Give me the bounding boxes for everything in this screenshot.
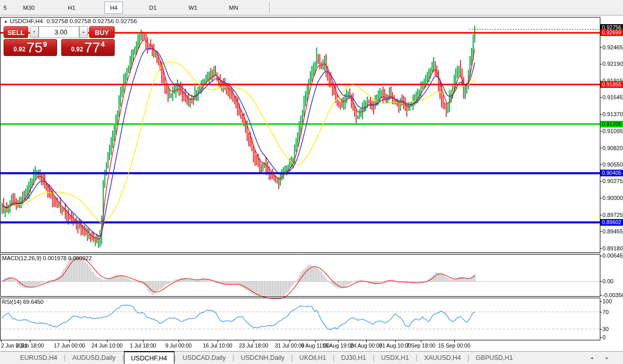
date-axis-label: 31 Jul 00:00 — [275, 342, 304, 349]
rsi-axis-tick: 100 — [602, 298, 612, 304]
chart-overlays: ▲USDCHF,H40.92758 0.92758 0.92756 0.9275… — [0, 16, 623, 351]
price-axis-tick: 0.91370 — [602, 111, 623, 117]
price-axis-tick: 0.90820 — [602, 145, 623, 151]
volume-input[interactable]: 3.00 — [39, 26, 79, 38]
buy-button[interactable]: BUY — [89, 26, 115, 38]
sell-price-main: 75 — [27, 41, 43, 54]
tab-scroll-right-icon[interactable]: ► — [605, 352, 609, 364]
trade-panel-top-row: SELL ▼ 3.00 ▲ BUY — [4, 26, 115, 38]
tab-dj30-h1[interactable]: DJ30,H1 — [334, 352, 373, 364]
date-axis-label: 9 Jun 18:00 — [16, 342, 44, 349]
rsi-indicator-label: RSI(14) 69.6450 — [2, 299, 44, 305]
rsi-value: 69.6450 — [23, 299, 44, 305]
price-axis-tick: 0.92465 — [602, 44, 623, 50]
tab-usdx-h1[interactable]: USDX,H1 — [375, 352, 416, 364]
tab-xauusd-h4[interactable]: XAUUSD,H4 — [417, 352, 468, 364]
level-price-badge: 0.91855 — [600, 81, 623, 88]
timeframe-button-h4[interactable]: H4 — [104, 2, 123, 14]
price-axis-tick: 0.89180 — [602, 245, 623, 251]
level-price-badge: 0.92699 — [600, 29, 623, 36]
date-axis-label: 9 Jul 00:00 — [165, 342, 191, 349]
price-axis-tick: 0.90550 — [602, 161, 623, 168]
date-axis-label: 16 Jul 10:00 — [203, 342, 232, 349]
price-axis-tick: 0.92190 — [602, 61, 623, 67]
price-axis-tick: 0.90275 — [602, 178, 623, 184]
price-axis-tick: 0.91095 — [602, 128, 623, 134]
tab-gbpusd-h1[interactable]: GBPUSD,H1 — [469, 352, 520, 364]
chart-symbol-period: USDCHF,H4 — [10, 18, 43, 24]
chevron-down-icon: ▼ — [33, 30, 36, 33]
tab-usdchf-h4[interactable]: USDCHF,H4 — [124, 351, 174, 364]
rsi-axis-tick: 70 — [602, 309, 609, 315]
date-axis-label: 1 Jul 18:00 — [130, 342, 156, 349]
tab-ukoil-h1[interactable]: UKOil,H1 — [293, 352, 333, 364]
macd-axis-tick: 0.00 — [602, 278, 613, 284]
macd-values: 0.001978 0.000922 — [43, 255, 92, 261]
price-axis-tick: 0.89455 — [602, 228, 623, 234]
level-price-badge: 0.91208 — [600, 121, 623, 128]
chart-title: ▲USDCHF,H40.92758 0.92758 0.92756 0.9275… — [4, 18, 137, 24]
timeframe-button-5[interactable]: 5 — [1, 2, 9, 14]
level-price-badge: 0.89602 — [600, 219, 623, 226]
timeframe-button-d1[interactable]: D1 — [144, 2, 162, 14]
volume-increase-button[interactable]: ▲ — [79, 26, 88, 38]
timeframe-button-mn[interactable]: MN — [224, 2, 243, 14]
sell-price-prefix: 0.92 — [13, 46, 25, 53]
trade-panel-price-row: 0.92759 0.92774 — [4, 39, 115, 56]
date-axis-label: 16 Aug 19:00 — [322, 342, 354, 349]
sell-price-pip: 9 — [43, 40, 47, 48]
date-axis-label: 24 Jun 10:00 — [92, 342, 123, 349]
timeframe-button-w1[interactable]: W1 — [184, 2, 202, 14]
level-price-badge: 0.90405 — [600, 170, 623, 176]
date-axis-label: 17 Jun 00:00 — [54, 342, 85, 349]
timeframe-toolbar: 5M30H1H4D1W1MN — [0, 0, 623, 15]
price-axis-tick: 0.90000 — [602, 195, 623, 201]
tab-usdcnh-daily[interactable]: USDCNH,Daily — [234, 352, 291, 364]
price-axis-tick: 0.91645 — [602, 94, 623, 100]
chevron-up-icon: ▲ — [82, 30, 85, 33]
macd-axis-tick: -0.003507 — [602, 292, 623, 298]
rsi-axis-tick: 30 — [602, 326, 609, 332]
rsi-axis-tick: 0 — [602, 334, 606, 340]
buy-price-button[interactable]: 0.92774 — [61, 39, 115, 56]
price-axis-tick: 0.89725 — [602, 212, 623, 218]
one-click-trade-panel: SELL ▼ 3.00 ▲ BUY 0.92759 0.92774 — [4, 26, 115, 56]
chart-ohlc-quote: 0.92758 0.92758 0.92756 0.92756 — [46, 18, 137, 24]
buy-price-pip: 4 — [101, 40, 105, 48]
macd-axis-tick: 0.006451 — [602, 252, 623, 259]
volume-decrease-button[interactable]: ▼ — [30, 26, 39, 38]
tab-eurusd-h4[interactable]: EURUSD,H4 — [13, 352, 64, 364]
tab-audusd-daily[interactable]: AUDUSD,Daily — [65, 352, 122, 364]
mt4-window: 5M30H1H4D1W1MN ▲USDCHF,H40.92758 0.92758… — [0, 0, 623, 364]
toolbar-divider — [269, 2, 271, 13]
chart-window: ▲USDCHF,H40.92758 0.92758 0.92756 0.9275… — [0, 16, 623, 351]
buy-price-prefix: 0.92 — [71, 46, 83, 53]
macd-name: MACD(12,26,9) — [2, 255, 41, 261]
tab-usdcad-daily[interactable]: USDCAD,Daily — [176, 352, 233, 364]
timeframe-button-h1[interactable]: H1 — [63, 2, 80, 14]
tab-scroll-left-icon[interactable]: ◄ — [590, 352, 594, 364]
date-axis-label: 15 Sep 00:00 — [438, 342, 470, 349]
rsi-name: RSI(14) — [2, 299, 22, 305]
date-axis-label: 23 Jul 18:00 — [239, 342, 268, 349]
collapse-triangle-icon[interactable]: ▲ — [4, 19, 8, 24]
macd-indicator-label: MACD(12,26,9) 0.001978 0.000922 — [2, 255, 92, 261]
timeframe-button-m30[interactable]: M30 — [18, 2, 40, 14]
date-axis-label: 7 Sep 18:00 — [406, 342, 436, 349]
buy-price-main: 77 — [84, 41, 100, 54]
date-axis-label: 24 Aug 00:00 — [350, 342, 382, 349]
sell-price-button[interactable]: 0.92759 — [4, 39, 57, 56]
symbol-tab-bar: EURUSD,H4|AUDUSD,Daily|USDCHF,H4|USDCAD,… — [0, 351, 623, 364]
sell-button[interactable]: SELL — [4, 26, 28, 38]
